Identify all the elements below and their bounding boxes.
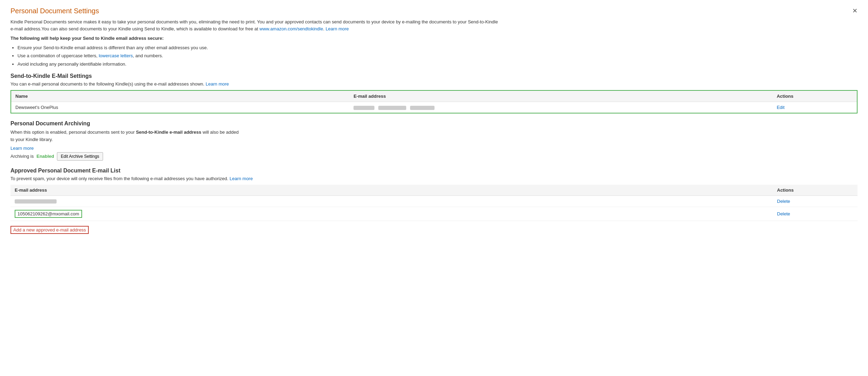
bullet-2: Use a combination of uppercase letters, …: [17, 52, 858, 60]
archiving-enabled-text: Enabled: [36, 154, 54, 159]
archiving-section: Personal Document Archiving When this op…: [10, 120, 858, 161]
col-name: Name: [11, 90, 349, 102]
blurred-email-part1: [353, 106, 374, 110]
send-kindle-table: Name E-mail address Actions Dewsweet's O…: [10, 90, 858, 113]
col-email: E-mail address: [349, 90, 773, 102]
approved-title: Approved Personal Document E-mail List: [10, 168, 858, 174]
approved-action-2: Delete: [773, 207, 858, 221]
bullet-1: Ensure your Send-to-Kindle email address…: [17, 44, 858, 52]
device-name: Dewsweet's OnePlus: [11, 102, 349, 113]
edit-device-link[interactable]: Edit: [777, 105, 785, 110]
device-email: [349, 102, 773, 113]
send-to-kindle-title: Send-to-Kindle E-Mail Settings: [10, 73, 858, 79]
blurred-email-part2: [378, 106, 406, 110]
approved-email-blurred: [10, 196, 773, 207]
table-header-row: Name E-mail address Actions: [11, 90, 857, 102]
approved-header-row: E-mail address Actions: [10, 185, 858, 196]
delete-email-1-link[interactable]: Delete: [777, 199, 790, 204]
security-bullets: Ensure your Send-to-Kindle email address…: [17, 44, 858, 68]
approved-desc: To prevent spam, your device will only r…: [10, 176, 858, 181]
approved-col-actions: Actions: [773, 185, 858, 196]
approved-email-highlighted: 105062109262@mxomail.com: [10, 207, 773, 221]
archiving-learn-more[interactable]: Learn more: [10, 146, 858, 151]
send-to-kindle-desc: You can e-mail personal documents to the…: [10, 81, 858, 87]
archiving-title: Personal Document Archiving: [10, 120, 858, 127]
page-title: Personal Document Settings: [10, 7, 99, 15]
approved-section: Approved Personal Document E-mail List T…: [10, 168, 858, 234]
intro-learn-more-link[interactable]: Learn more: [326, 26, 349, 31]
approved-action-1: Delete: [773, 196, 858, 207]
archiving-status-row: Archiving is Enabled Edit Archive Settin…: [10, 152, 858, 161]
table-row: 105062109262@mxomail.com Delete: [10, 207, 858, 221]
edit-archive-settings-button[interactable]: Edit Archive Settings: [57, 152, 103, 161]
col-actions: Actions: [773, 90, 857, 102]
close-icon[interactable]: ✕: [852, 7, 858, 15]
archiving-status-label: Archiving is: [10, 154, 34, 159]
security-heading: The following will help keep your Send t…: [10, 36, 858, 41]
approved-table: E-mail address Actions Delete 1050621092…: [10, 185, 858, 221]
table-row: Dewsweet's OnePlus Edit: [11, 102, 857, 113]
send-kindle-learn-more[interactable]: Learn more: [206, 81, 229, 87]
sendtokindle-link[interactable]: www.amazon.com/sendtokindle: [260, 26, 323, 31]
highlighted-email-value: 105062109262@mxomail.com: [15, 210, 82, 218]
device-action: Edit: [773, 102, 857, 113]
delete-email-2-link[interactable]: Delete: [777, 211, 790, 216]
table-row: Delete: [10, 196, 858, 207]
intro-text: Kindle Personal Documents service makes …: [10, 19, 499, 32]
approved-col-email: E-mail address: [10, 185, 773, 196]
blurred-email-part3: [410, 106, 435, 110]
page-container: Personal Document Settings ✕ Kindle Pers…: [10, 7, 858, 234]
bullet-3: Avoid including any personally identifia…: [17, 60, 858, 68]
add-email-link[interactable]: Add a new approved e-mail address: [10, 226, 89, 234]
lowercase-link[interactable]: lowercase letters: [99, 53, 133, 58]
blurred-approved-email: [15, 199, 57, 204]
approved-learn-more[interactable]: Learn more: [229, 176, 253, 181]
archiving-desc: When this option is enabled, personal do…: [10, 129, 325, 143]
